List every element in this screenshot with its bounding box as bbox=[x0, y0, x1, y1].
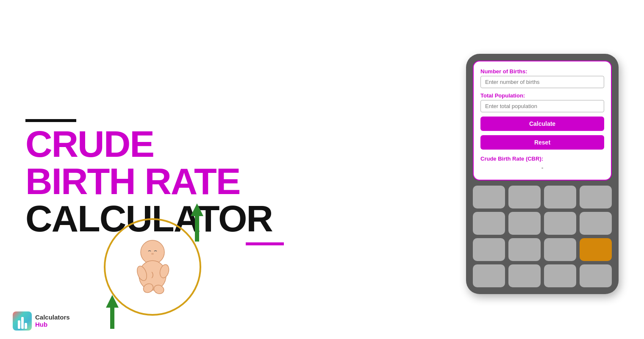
key-2[interactable] bbox=[508, 186, 541, 208]
result-group: Crude Birth Rate (CBR): - bbox=[480, 154, 604, 173]
title-decoration-black bbox=[25, 119, 76, 122]
key-13[interactable] bbox=[508, 264, 541, 287]
logo-calculators: Calculators bbox=[35, 314, 70, 321]
key-11[interactable] bbox=[544, 238, 576, 261]
illustration-area: ) bbox=[93, 208, 212, 326]
key-3[interactable] bbox=[544, 186, 576, 208]
key-15[interactable] bbox=[580, 264, 612, 287]
population-input[interactable] bbox=[480, 100, 604, 112]
logo-text: Calculators Hub bbox=[35, 314, 70, 328]
svg-text:): ) bbox=[152, 271, 154, 278]
calculator-screen: Number of Births: Total Population: Calc… bbox=[473, 61, 612, 181]
arrow-right-icon bbox=[186, 203, 208, 243]
births-field-group: Number of Births: bbox=[480, 68, 604, 88]
key-9[interactable] bbox=[473, 238, 505, 261]
result-label: Crude Birth Rate (CBR): bbox=[480, 156, 604, 162]
result-value: - bbox=[480, 164, 604, 173]
key-10[interactable] bbox=[508, 238, 541, 261]
population-label: Total Population: bbox=[480, 92, 604, 99]
key-5[interactable] bbox=[473, 212, 505, 235]
key-8[interactable] bbox=[580, 212, 612, 235]
key-orange[interactable] bbox=[580, 238, 612, 261]
key-6[interactable] bbox=[508, 212, 541, 235]
key-1[interactable] bbox=[473, 186, 505, 208]
births-label: Number of Births: bbox=[480, 68, 604, 75]
calculate-button[interactable]: Calculate bbox=[480, 117, 604, 131]
calculator-keypad bbox=[473, 186, 612, 287]
key-12[interactable] bbox=[473, 264, 505, 287]
logo-bar-2 bbox=[21, 317, 24, 329]
svg-marker-9 bbox=[191, 203, 203, 242]
reset-button[interactable]: Reset bbox=[480, 135, 604, 150]
title-crude: CRUDE bbox=[25, 125, 288, 163]
title-decoration-purple bbox=[246, 242, 284, 245]
calculator-body: Number of Births: Total Population: Calc… bbox=[466, 54, 619, 294]
svg-point-2 bbox=[151, 253, 154, 255]
right-section: Number of Births: Total Population: Calc… bbox=[466, 45, 619, 294]
logo-hub: Hub bbox=[35, 321, 70, 328]
logo-bar-1 bbox=[18, 320, 20, 329]
title-birth-rate: BIRTH RATE bbox=[25, 163, 288, 200]
key-4[interactable] bbox=[580, 186, 612, 208]
logo-area: Calculators Hub bbox=[13, 311, 70, 331]
baby-illustration: ) bbox=[127, 239, 178, 295]
logo-icon bbox=[13, 311, 32, 331]
logo-bar-3 bbox=[25, 323, 27, 329]
births-input[interactable] bbox=[480, 76, 604, 88]
population-field-group: Total Population: bbox=[480, 92, 604, 112]
key-14[interactable] bbox=[544, 264, 576, 287]
key-7[interactable] bbox=[544, 212, 576, 235]
